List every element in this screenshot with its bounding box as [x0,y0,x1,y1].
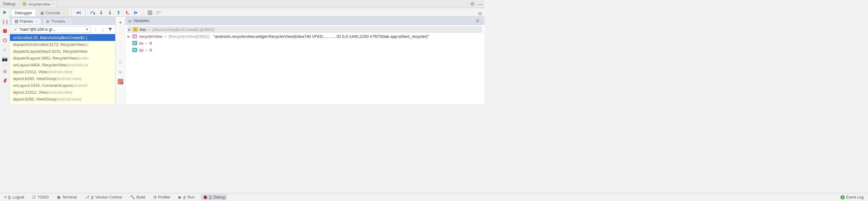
var-name: recyclerView [139,34,162,39]
remove-watch-button[interactable]: — [118,30,123,36]
tab-debugger[interactable]: Debugger [11,9,36,16]
frame-row[interactable]: layout:6260, ViewGroup (android.view) [10,96,115,102]
frame-row[interactable]: dispatchLayout:3862, RecyclerView (andro [10,55,115,61]
mute-breakpoints-button[interactable]: ⌀ [1,45,9,54]
toolbar-divider [2,65,8,65]
toolwindow-header: Debug: recyclerview × ⚙ — [0,0,484,8]
pin-tab-button[interactable]: 📌 [1,77,9,85]
run-to-cursor-button[interactable] [132,9,140,16]
drop-frame-button[interactable] [124,9,131,16]
variables-settings-icon[interactable]: ⚙₋ [475,18,482,23]
var-name: this [140,27,146,32]
force-step-into-button[interactable] [106,9,114,16]
variables-gutter: ＋ — ↑ ↓ ⧉ ∞ [116,17,125,104]
duplicate-watch-button[interactable]: ⧉ [119,59,122,65]
svg-marker-14 [135,11,138,14]
chevron-down-icon: ▼ [86,28,89,31]
variables-tree[interactable]: ▶ ≡ this = {MainActivity$onCreate$1@9680… [125,25,484,104]
frames-icon: ▤ [14,19,18,24]
svg-marker-23 [108,28,112,31]
toolwindow-title: Debug: [2,2,19,6]
variable-row[interactable]: 01 dy = 0 [127,46,483,53]
get-thread-dump-button[interactable]: 📷 [2,56,8,62]
show-watches-button[interactable]: ∞ [119,69,122,74]
settings-gear-icon[interactable]: ⚙ [468,1,476,7]
step-into-button[interactable] [97,9,105,16]
svg-marker-1 [78,11,80,14]
expand-icon[interactable]: ▶ [128,28,131,31]
filter-frames-button[interactable] [107,26,113,33]
var-name: dy [139,48,144,53]
int-badge-icon: 01 [132,48,137,52]
thread-selector[interactable]: ✔ "main"@9,109 in gr… ▼ [12,26,91,33]
android-module-icon [23,2,26,6]
hide-toolwindow-icon[interactable]: — [476,1,484,6]
close-icon[interactable]: × [52,2,54,6]
variables-column: ＋ — ↑ ↓ ⧉ ∞ ≣ Variables ⚙₋ [116,17,484,104]
prev-frame-button[interactable]: ↑ [92,26,98,33]
resume-program-button[interactable] [2,9,8,15]
pin-icon: → [67,20,70,23]
runconfig-tab[interactable]: recyclerview × [20,1,57,7]
variables-title: Variables [133,19,149,23]
frame-row[interactable]: onLayout:1915, ConstraintLayout (android [10,82,115,89]
step-over-button[interactable] [89,9,96,16]
frame-row[interactable]: layout:21912, View (android.view) [10,68,115,75]
frame-row[interactable]: layout:21912, View (android.view) [10,89,115,96]
settings-button[interactable]: ⚙ [2,69,8,75]
variable-row[interactable]: ▶ ≡ this = {MainActivity$onCreate$1@9680… [127,26,483,33]
frame-row[interactable]: onScrolled:25, MainActivity$onCreate$1 ( [10,34,115,41]
layout-settings-button[interactable]: ⧉ [475,11,484,16]
svg-marker-5 [100,13,102,14]
int-badge-icon: 01 [132,41,137,45]
thread-selector-row: ✔ "main"@9,109 in gr… ▼ ↑ ↓ [10,25,115,34]
frame-row[interactable]: layout:6260, ViewGroup (android.view) [10,75,115,82]
frames-panel: ▤ Frames → ≣ Threads → ✔ "main"@9,109 in… [10,17,116,104]
variable-row[interactable]: ▶ p recyclerView = {RecyclerView@9652} "… [127,33,483,40]
show-execution-point-button[interactable] [75,9,82,16]
var-tostring: "androidx.recyclerview.widget.RecyclerVi… [213,34,429,39]
variables-header: ≣ Variables ⚙₋ [125,17,484,25]
var-value: 0 [150,48,152,53]
list-icon: ≣ [128,18,132,23]
expand-icon[interactable]: ▶ [127,35,130,38]
svg-marker-0 [3,10,6,14]
variable-row[interactable]: 01 dx = 0 [127,40,483,46]
move-up-button[interactable]: ↑ [119,40,122,45]
next-frame-button[interactable]: ↓ [100,26,106,33]
thread-selector-value: "main"@9,109 in gr… [19,27,56,32]
console-icon: ▣ [40,11,44,15]
svg-marker-9 [117,11,120,12]
svg-marker-7 [108,13,111,14]
tab-console[interactable]: ▣ Console → [37,9,68,16]
frame-row[interactable]: dispatchLayoutStep3:4231, RecyclerView [10,48,115,55]
kotlin-logo-icon [118,79,123,85]
frames-list[interactable]: onScrolled:25, MainActivity$onCreate$1 (… [10,34,115,104]
tab-threads[interactable]: ≣ Threads → [42,18,73,25]
param-badge-icon: p [132,34,137,38]
threads-icon: ≣ [46,19,49,24]
svg-rect-15 [148,11,152,14]
this-badge-icon: ≡ [133,27,138,32]
var-object: {RecyclerView@9652} [168,34,210,39]
tab-frames[interactable]: ▤ Frames → [11,18,41,25]
step-out-button[interactable] [115,9,122,16]
move-down-button[interactable]: ↓ [119,49,122,55]
evaluate-expression-button[interactable] [146,9,154,16]
trace-current-stream-chain-button[interactable] [155,9,162,16]
debug-left-toolbar: ❚❚ ⌀ 📷 ⚙ 📌 [0,8,10,104]
new-watch-button[interactable]: ＋ [118,19,123,26]
pin-icon: → [34,20,38,23]
var-value: 0 [150,41,152,45]
view-breakpoints-button[interactable] [2,37,8,43]
main-row: ❚❚ ⌀ 📷 ⚙ 📌 Debugger ▣ Console → [0,8,484,104]
check-icon: ✔ [14,27,18,32]
debug-tabs-row: Debugger ▣ Console → [10,8,484,17]
frame-row[interactable]: onLayout:4404, RecyclerView (androidx.re [10,61,115,68]
stop-button[interactable] [2,28,8,34]
pin-icon: → [61,11,65,15]
frame-row[interactable]: dispatchOnScrolled:5173, RecyclerView (a [10,41,115,48]
pause-program-button[interactable]: ❚❚ [2,19,8,25]
var-name: dx [139,41,144,45]
runconfig-name: recyclerview [28,2,51,6]
